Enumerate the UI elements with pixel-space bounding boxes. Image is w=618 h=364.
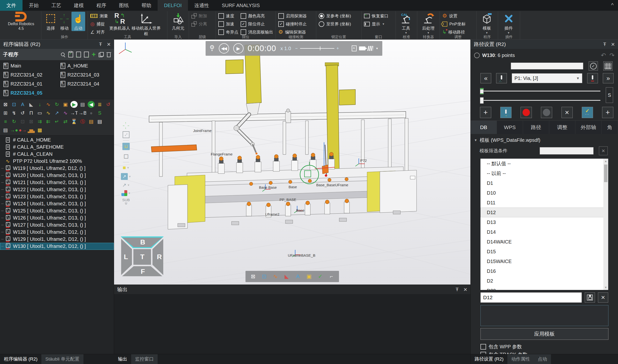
editor-toolbar-icon[interactable]: ▶ xyxy=(70,101,78,108)
editor-toolbar-icon[interactable]: ↵ xyxy=(53,118,60,125)
copy-program-icon[interactable] xyxy=(99,52,104,57)
subprogram-item[interactable]: A_HOME xyxy=(57,61,114,70)
clear-filter-button[interactable]: × xyxy=(599,146,608,155)
panel-tab[interactable]: 监控窗口 xyxy=(131,354,158,364)
settings-button[interactable]: ⚙设置 xyxy=(442,13,466,19)
path-settings-tab[interactable]: 路径 xyxy=(523,121,549,134)
editor-toolbar-icon[interactable]: ⊡ xyxy=(11,101,18,108)
zoom-fit-icon[interactable]: ↑↓←→ xyxy=(122,122,130,129)
s-button[interactable]: S xyxy=(606,87,613,103)
editor-toolbar-icon[interactable]: ⌐ xyxy=(328,273,335,280)
radio-circle[interactable] xyxy=(319,21,324,27)
add-point-button[interactable]: + xyxy=(480,107,491,118)
ribbon-radio[interactable]: 至参考 (坐标) xyxy=(319,13,351,19)
record-off-button[interactable] xyxy=(541,107,552,118)
close-icon[interactable]: × xyxy=(464,287,467,292)
zoom-window-icon[interactable]: ⤢ xyxy=(123,131,129,138)
redo-icon[interactable]: ↷ xyxy=(609,52,615,59)
editor-toolbar-icon[interactable]: ▤ xyxy=(96,118,103,125)
menu-item[interactable]: 开始 xyxy=(23,0,45,11)
editor-toolbar-icon[interactable]: ∿ xyxy=(272,273,279,280)
ribbon-button[interactable]: 附加 xyxy=(192,13,207,19)
checkbox-box[interactable]: ✓ xyxy=(278,13,284,19)
sub-mode-button[interactable]: SUB∪ xyxy=(122,198,130,205)
program-line[interactable]: W129 [ Utool1, Uframe2, D12, () ] xyxy=(0,236,114,243)
editor-toolbar-icon[interactable]: ▂▅▃ xyxy=(28,127,35,133)
speed-slider[interactable]: −+ xyxy=(295,46,339,51)
menu-item[interactable]: SURF ANALYSIS xyxy=(215,0,266,11)
program-line[interactable]: PTP P72 Utool1 Uframe2 100% xyxy=(0,158,114,165)
slider-handle-2[interactable] xyxy=(480,97,484,104)
editor-toolbar-icon[interactable]: ▩ xyxy=(36,127,43,133)
path-settings-tab[interactable]: DB xyxy=(471,121,497,134)
menu-item[interactable]: DELFOI xyxy=(158,0,188,11)
editor-toolbar-icon[interactable]: ● xyxy=(88,109,95,116)
ribbon-checkbox[interactable]: ✓加速 xyxy=(218,21,241,27)
table-view-button[interactable] xyxy=(603,61,613,71)
ribbon-radio[interactable]: 至世界 (坐标) xyxy=(319,21,351,27)
editor-toolbar-icon[interactable]: ⊡ xyxy=(261,273,268,280)
close-icon[interactable]: × xyxy=(611,42,615,47)
move-path-button[interactable]: ↳移动路径 xyxy=(442,29,466,35)
editor-toolbar-icon[interactable]: ▣ xyxy=(305,273,313,280)
ribbon-checkbox[interactable]: ✓速度 xyxy=(218,13,241,19)
edit-detector-button[interactable]: ⚙编辑探测器 xyxy=(278,29,307,35)
editor-toolbar-icon[interactable]: ⊡ xyxy=(19,118,26,125)
template-scrollbar[interactable]: ▲▼ xyxy=(603,159,608,290)
program-line[interactable]: W122 [ Utool1, Uframe2, D13, () ] xyxy=(0,186,114,193)
move-robot-world-frame-button[interactable]: 移动机器人世界框 xyxy=(131,12,161,37)
program-line[interactable]: W126 [ Utool1, Uframe2, D13, () ] xyxy=(0,214,114,221)
checkbox-box[interactable]: ✓ xyxy=(218,29,224,35)
template-list-item[interactable]: -- 默认值 -- xyxy=(481,159,608,169)
template-list-item[interactable]: D14 xyxy=(481,227,608,237)
editor-toolbar-icon[interactable]: ◀ xyxy=(88,101,95,108)
checkbox-box[interactable]: ✓ xyxy=(278,21,284,27)
editor-toolbar-icon[interactable]: ⇇ xyxy=(45,118,52,125)
menu-item[interactable]: 连通性 xyxy=(188,0,215,11)
template-section-header[interactable]: ▼ 模板 (WPS_DataFile.wpsdf) xyxy=(471,134,618,144)
editor-toolbar-icon[interactable]: A xyxy=(294,273,301,280)
restore-window-button[interactable]: 恢复窗口 xyxy=(364,13,388,19)
select-button[interactable]: 选择 xyxy=(44,12,57,31)
rewind-button[interactable]: ◀◀ xyxy=(219,43,229,53)
pin-icon[interactable]: Ŧ xyxy=(603,41,606,47)
point-dropdown[interactable]: P1: Via, [J]▼ xyxy=(512,73,582,83)
template-list-item[interactable]: D16 xyxy=(481,266,608,276)
editor-toolbar-icon[interactable]: ↗ xyxy=(53,109,60,116)
menu-item[interactable]: 程序 xyxy=(90,0,113,11)
editor-toolbar-icon[interactable]: ◣ xyxy=(28,101,35,108)
editor-toolbar-icon[interactable]: ✓ xyxy=(317,273,324,280)
slider-handle-1[interactable] xyxy=(480,88,484,94)
torch-to-point-button[interactable] xyxy=(496,73,507,83)
swap-robot-button[interactable]: R↰↳R更换机器人 xyxy=(108,12,131,31)
pin-icon[interactable]: Ŧ xyxy=(99,41,102,47)
editor-toolbar-icon[interactable]: ◣ xyxy=(283,273,290,280)
subprogram-item[interactable]: R2ZC3214_01 xyxy=(0,79,57,88)
editor-toolbar-icon[interactable]: A xyxy=(19,101,26,108)
torch-down-button[interactable] xyxy=(587,73,598,83)
checkbox-box[interactable]: ✓ xyxy=(241,21,246,27)
3d-scene[interactable] xyxy=(114,39,470,285)
program-line[interactable]: W128 [ Utool1, Uframe2, D12, () ] xyxy=(0,229,114,236)
editor-toolbar-icon[interactable]: ↻ xyxy=(11,118,18,125)
menu-item[interactable]: 文件 xyxy=(0,0,23,11)
panel-tab[interactable]: 路径设置 (R2) xyxy=(471,354,507,364)
checkbox-box[interactable]: ✓ xyxy=(241,29,246,35)
apply-template-button[interactable]: 应用模板 xyxy=(481,328,608,340)
ribbon-checkbox[interactable]: ✓颜色高亮 xyxy=(241,13,273,19)
clipboard-check-icon[interactable] xyxy=(68,52,73,57)
subprogram-item[interactable]: R2ZC3214_02 xyxy=(0,70,57,79)
editor-toolbar-icon[interactable]: Ⓢ xyxy=(79,118,86,125)
program-line[interactable]: W130 [ Utool1, Uframe2, D12, () ] xyxy=(0,243,114,250)
program-line[interactable]: W121 [ Utool1, Uframe2, D13, () ] xyxy=(0,179,114,186)
editor-toolbar-icon[interactable]: ↓ xyxy=(36,101,43,108)
path-settings-tab[interactable]: 调整 xyxy=(549,121,576,134)
section-measure-icon[interactable]: ⊔ xyxy=(122,143,130,150)
template-list-item[interactable]: D11 xyxy=(481,198,608,208)
checkbox-box[interactable]: ✓ xyxy=(481,344,486,350)
ribbon-collapse-icon[interactable]: ^ xyxy=(611,2,614,8)
menu-item[interactable]: 建模 xyxy=(68,0,90,11)
template-list-item[interactable]: D2 xyxy=(481,276,608,286)
export-pdf-icon[interactable] xyxy=(352,45,357,51)
editor-toolbar-icon[interactable]: ⊠ xyxy=(28,118,35,125)
